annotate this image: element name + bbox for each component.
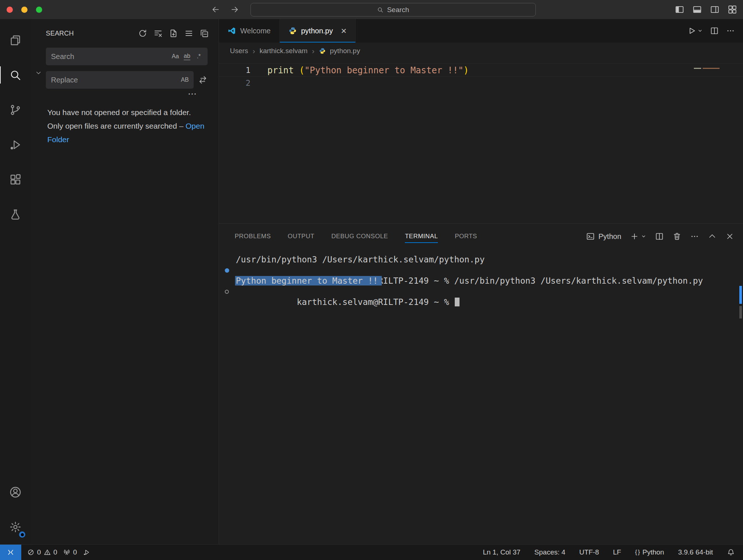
eol-status[interactable]: LF [613,548,621,556]
toggle-replace-chevron-icon[interactable] [35,69,42,77]
code-text: print ("Python beginner to Master !!") [267,64,469,76]
tab-welcome[interactable]: Welcome [219,19,280,43]
sidebar-item-extensions[interactable] [0,162,31,197]
split-terminal-icon[interactable] [655,232,664,241]
new-terminal-icon[interactable] [630,232,639,241]
ports-status[interactable]: 0 [63,548,77,556]
replace-all-icon[interactable] [198,75,208,85]
terminal-selected-text: Python beginner to Master !! [235,276,382,285]
preserve-case-toggle[interactable]: AB [179,74,191,86]
view-as-list-icon[interactable] [184,29,194,38]
terminal-instance-chip[interactable]: Python [586,232,621,241]
errors-count: 0 [37,548,41,556]
terminal-scrollbar-thumb[interactable] [739,306,742,318]
terminal-dropdown-chevron-icon[interactable] [641,234,646,239]
run-dropdown-chevron-icon[interactable] [698,28,703,33]
cursor-position-status[interactable]: Ln 1, Col 37 [483,548,520,556]
more-actions-icon[interactable] [726,26,735,35]
search-form: Aa ab .* AB ⋯ [31,48,219,98]
python-file-icon [319,48,326,54]
editor-tab-bar: Welcome python.py × [219,19,743,43]
notifications-bell-icon[interactable] [727,548,735,556]
indentation-status[interactable]: Spaces: 4 [534,548,566,556]
regex-toggle[interactable]: .* [193,51,205,62]
toggle-panel-icon[interactable] [692,5,702,14]
tab-ports[interactable]: PORTS [455,230,477,243]
whole-word-toggle[interactable]: ab [181,51,193,62]
remote-icon [7,549,14,556]
match-case-toggle[interactable]: Aa [169,51,181,62]
search-toolbar [138,29,209,38]
collapse-all-icon[interactable] [200,29,209,38]
language-status[interactable]: { } Python [635,548,664,556]
customize-layout-icon[interactable] [728,5,737,14]
refresh-icon[interactable] [138,29,147,38]
sidebar-item-source-control[interactable] [0,92,31,127]
toggle-secondary-sidebar-icon[interactable] [710,5,720,14]
maximize-panel-chevron-icon[interactable] [708,232,717,241]
radio-tower-icon [63,549,70,556]
minimap[interactable] [692,65,736,87]
settings-button[interactable] [0,509,31,544]
search-input[interactable] [51,52,169,61]
prompt-decoration-icon[interactable] [225,290,229,294]
encoding-status[interactable]: UTF-8 [579,548,599,556]
toggle-primary-sidebar-icon[interactable] [675,5,684,14]
explorer-icon [9,34,22,47]
sidebar-item-explorer[interactable] [0,23,31,58]
tab-terminal[interactable]: TERMINAL [405,230,438,243]
replace-input[interactable] [51,76,179,84]
minimap-code-mark [694,68,701,69]
back-arrow-icon[interactable] [211,5,220,14]
tab-problems[interactable]: PROBLEMS [235,230,271,243]
search-input-box: Aa ab .* [46,48,208,65]
accounts-button[interactable] [0,475,31,509]
search-sidebar-header: SEARCH [31,19,219,38]
search-more-actions[interactable]: ⋯ [46,89,197,98]
maximize-window-button[interactable] [36,7,42,13]
warnings-count: 0 [54,548,58,556]
sidebar-title: SEARCH [46,30,74,37]
split-editor-icon[interactable] [710,26,719,35]
remote-indicator[interactable] [0,545,21,560]
breadcrumb: Users › karthick.selvam › python.py [219,43,743,59]
python-interpreter-status[interactable]: 3.9.6 64-bit [678,548,713,556]
editor-region: Welcome python.py × [219,19,743,544]
tab-python-py[interactable]: python.py × [280,19,356,43]
command-center-search[interactable]: Search [250,3,536,16]
clear-search-results-icon[interactable] [153,29,163,38]
command-success-decoration-icon[interactable] [225,268,229,273]
close-window-button[interactable] [7,7,13,13]
breadcrumb-user-folder[interactable]: karthick.selvam [260,47,308,55]
sidebar-item-run-debug[interactable] [0,127,31,162]
terminal-cursor [455,298,460,306]
tab-output[interactable]: OUTPUT [288,230,314,243]
breadcrumb-file[interactable]: python.py [330,47,360,55]
kill-terminal-trash-icon[interactable] [673,232,681,241]
problems-status[interactable]: 0 0 [27,548,57,556]
titlebar: Search [0,0,743,19]
code-line-2[interactable]: 2 [219,77,743,90]
terminal-view[interactable]: /usr/bin/python3 /Users/karthick.selvam/… [219,249,743,544]
forward-arrow-icon[interactable] [230,5,239,14]
sidebar-item-testing[interactable] [0,197,31,232]
panel-header: PROBLEMS OUTPUT DEBUG CONSOLE TERMINAL P… [219,224,743,249]
code-line-1[interactable]: 1 print ("Python beginner to Master !!") [219,63,743,77]
status-right: Ln 1, Col 37 Spaces: 4 UTF-8 LF { } Pyth… [483,548,743,556]
breadcrumb-users[interactable]: Users [230,47,248,55]
status-bar: 0 0 0 Ln 1, Col 37 Spaces: 4 UTF-8 LF { … [0,544,743,560]
close-tab-icon[interactable]: × [341,27,347,35]
open-new-search-editor-icon[interactable] [169,29,178,38]
tab-debug-console[interactable]: DEBUG CONSOLE [331,230,388,243]
panel-more-actions-icon[interactable] [690,232,699,241]
minimize-window-button[interactable] [21,7,28,13]
code-editor[interactable]: 1 print ("Python beginner to Master !!")… [219,59,743,223]
sidebar-item-search[interactable] [0,58,31,92]
vscode-logo-icon [228,27,236,35]
run-python-file-icon[interactable] [687,26,696,35]
close-panel-icon[interactable] [725,232,734,241]
terminal-icon [586,232,595,241]
activity-bar [0,19,31,544]
debug-status[interactable] [83,549,90,556]
accounts-icon [9,486,22,498]
